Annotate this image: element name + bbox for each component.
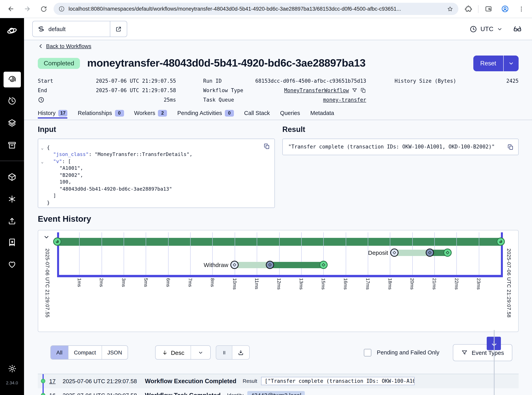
namespace-switcher: default: [32, 21, 127, 37]
url-text[interactable]: localhost:8080/namespaces/default/workfl…: [69, 6, 443, 12]
input-copy-icon[interactable]: [263, 143, 270, 149]
workflow-end-node[interactable]: [497, 237, 505, 246]
workflow-type-link[interactable]: MoneyTransferWorkflow: [284, 88, 349, 93]
tab-count-badge: 17: [58, 110, 67, 116]
end-label: End: [38, 88, 47, 93]
browser-menu-icon[interactable]: [515, 2, 528, 16]
event-id-link[interactable]: 17: [49, 378, 58, 384]
app-version: 2.34.0: [6, 380, 18, 385]
view-mode-compact[interactable]: Compact: [68, 346, 101, 359]
event-id-link[interactable]: 16: [49, 392, 58, 395]
tab-call-stack[interactable]: Call Stack: [244, 110, 270, 118]
browser-profile-avatar[interactable]: [498, 2, 511, 16]
download-icon[interactable]: [232, 346, 249, 359]
labs-glasses-icon[interactable]: [513, 25, 522, 33]
nav-namespaces-icon[interactable]: [3, 169, 21, 185]
reset-menu-caret[interactable]: [503, 55, 519, 71]
event-list-scroll-edge[interactable]: [494, 330, 494, 395]
namespace-external-link-icon[interactable]: [110, 21, 127, 37]
timeline-panel: 2025-07-06 UTC 21:29:07.55 2025-07-06 UT…: [38, 230, 519, 332]
timezone-select[interactable]: UTC: [469, 25, 503, 33]
task-queue-link[interactable]: money-transfer: [323, 97, 366, 103]
nav-archive-icon[interactable]: [3, 137, 21, 153]
timeline-tick-label: 13ms: [298, 278, 304, 290]
sort-desc-button[interactable]: Desc: [156, 346, 191, 359]
pause-icon[interactable]: [216, 346, 232, 359]
run-id-value: 68153dcc-d0f6-4500-afbc-c93651b75d13: [255, 78, 366, 84]
temporal-logo[interactable]: [3, 23, 21, 38]
nav-nexus-icon[interactable]: [3, 191, 21, 207]
workflow-type-label: Workflow Type: [203, 88, 243, 93]
event-detail-label: Identity: [227, 392, 244, 395]
address-bar[interactable]: localhost:8080/namespaces/default/workfl…: [54, 3, 458, 15]
activity-completed-node[interactable]: [444, 248, 452, 257]
timeline-collapse-chevron-icon[interactable]: [43, 233, 50, 241]
tab-workers[interactable]: Workers2: [134, 110, 167, 118]
nav-docs-icon[interactable]: [3, 234, 21, 250]
top-bar: default UTC: [24, 18, 532, 40]
namespace-select[interactable]: default: [33, 21, 110, 37]
json-text: "B2002",: [60, 172, 83, 178]
nav-workflows-icon[interactable]: [3, 72, 21, 88]
tab-metadata[interactable]: Metadata: [310, 110, 334, 118]
timeline-gridline: [79, 232, 80, 275]
extensions-icon[interactable]: [461, 2, 475, 16]
tab-label: Metadata: [310, 110, 334, 116]
tab-label: Pending Activities: [177, 110, 222, 116]
pending-failed-checkbox[interactable]: [364, 349, 371, 356]
back-to-workflows-link[interactable]: Back to Workflows: [38, 43, 91, 50]
activity-running-bar: [270, 262, 323, 268]
activity-completed-node[interactable]: [319, 261, 327, 269]
browser-toolbar: localhost:8080/namespaces/default/workfl…: [0, 0, 532, 18]
collapse-caret-icon[interactable]: ⌄: [41, 144, 44, 151]
copy-icon[interactable]: [360, 88, 366, 93]
view-mode-all[interactable]: All: [51, 346, 68, 359]
timeline-tick-label: 10ms: [232, 278, 237, 290]
event-types-button[interactable]: Event Types: [453, 344, 512, 361]
nav-feedback-heart-icon[interactable]: [3, 256, 21, 272]
json-key: "v": [53, 158, 62, 164]
activity-scheduled-node[interactable]: [390, 248, 399, 257]
side-panel-search-icon[interactable]: [482, 2, 495, 16]
timeline-tick-label: 16ms: [343, 278, 348, 290]
timeline-gridline: [279, 232, 279, 275]
browser-reload-icon[interactable]: [37, 2, 50, 16]
timeline-gridline: [168, 232, 169, 275]
tab-queries[interactable]: Queries: [280, 110, 300, 118]
tabs-divider: [24, 120, 532, 120]
activity-pending-bar: [235, 262, 270, 268]
nav-schedules-icon[interactable]: [3, 93, 21, 109]
funnel-icon: [461, 349, 468, 356]
result-panel: "Transfer complete (transaction IDs: OKW…: [282, 138, 519, 155]
nav-batch-operations-icon[interactable]: [3, 115, 21, 131]
clock-icon: [469, 25, 477, 33]
reset-button[interactable]: Reset: [473, 55, 503, 71]
json-line: "B2002",: [38, 171, 274, 178]
result-copy-icon[interactable]: [507, 143, 514, 150]
view-mode-json[interactable]: JSON: [101, 346, 128, 359]
input-heading: Input: [38, 125, 275, 135]
browser-back-icon[interactable]: [4, 2, 17, 16]
tab-relationships[interactable]: Relationships0: [78, 110, 124, 118]
browser-forward-icon[interactable]: [21, 2, 34, 16]
sort-label: Desc: [171, 349, 184, 356]
tab-history[interactable]: History17: [38, 110, 67, 118]
site-info-icon[interactable]: [58, 5, 65, 12]
nav-import-icon[interactable]: [3, 213, 21, 229]
event-row[interactable]: 162025-07-06 UTC 21:29:07.58Workflow Tas…: [38, 388, 519, 395]
theme-toggle-sun-icon[interactable]: [3, 361, 21, 377]
input-json: ⌄{"json_class": "MoneyTransfer::Transfer…: [38, 144, 274, 206]
timeline-gridline: [146, 232, 146, 275]
filter-funnel-icon[interactable]: [352, 88, 357, 93]
back-link-label: Back to Workflows: [46, 43, 91, 49]
collapse-caret-icon[interactable]: ⌄: [41, 158, 44, 165]
workflow-tabs: History17Relationships0Workers2Pending A…: [38, 110, 519, 120]
tab-pending-activities[interactable]: Pending Activities0: [177, 110, 234, 118]
timeline-tick-label: 20ms: [409, 278, 415, 290]
event-time: 2025-07-06 UTC 21:29:07.58: [63, 392, 141, 395]
workflow-start-node[interactable]: [53, 237, 61, 246]
sort-menu-caret[interactable]: [191, 346, 210, 359]
activity-label: Deposit: [368, 249, 388, 256]
bookmark-star-icon[interactable]: [447, 5, 454, 12]
event-row[interactable]: 172025-07-06 UTC 21:29:07.58Workflow Exe…: [38, 374, 519, 388]
